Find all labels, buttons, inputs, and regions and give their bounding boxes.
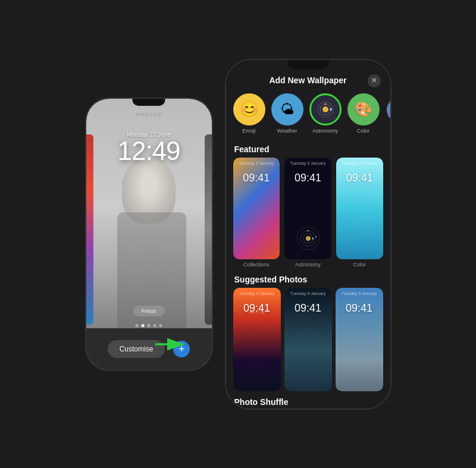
- phone-left: PHOTOS Monday 27 June 12:49 Focus Custom…: [85, 98, 213, 371]
- svg-point-6: [324, 103, 326, 105]
- astronomy-svg-icon: [315, 99, 336, 120]
- lake-time: Tuesday 9 January: [336, 291, 383, 296]
- wallpaper-types-row: 😊 Emoji 🌤 Weather: [226, 91, 390, 143]
- sunset-screen: Tuesday 9 January 09:41 Mon 27 Jan: [233, 288, 281, 391]
- collections-clock: 09:41: [233, 172, 280, 184]
- astronomy-icon-circle: [309, 93, 342, 125]
- emoji-icon-circle: 😊: [233, 93, 265, 125]
- forest-time: Tuesday 9 January: [284, 291, 332, 296]
- suggested-title: Suggested Photos: [226, 272, 390, 288]
- lake-clock: 09:41: [336, 302, 383, 315]
- page-dots: [136, 324, 162, 327]
- right-side-preview: [205, 134, 212, 325]
- astronomy-screen: Tuesday 9 January 09:41: [284, 158, 331, 259]
- color-label: Color: [357, 128, 370, 134]
- left-side-preview: [86, 134, 93, 325]
- scroll-area[interactable]: Featured Tuesday 9 January 09:41 Collect…: [226, 142, 390, 408]
- svg-point-11: [312, 238, 314, 240]
- phone-left-screen: PHOTOS Monday 27 June 12:49 Focus Custom…: [86, 99, 212, 370]
- dot-3: [148, 324, 151, 327]
- color-clock: 09:41: [336, 172, 383, 184]
- weather-label: Weather: [277, 128, 298, 134]
- photo-shuffle-title: Photo Shuffle: [226, 395, 390, 408]
- weather-icon-circle: 🌤: [271, 93, 303, 125]
- dot-1: [136, 324, 139, 327]
- emoji-icon: 😊: [240, 100, 259, 118]
- type-item-color[interactable]: 🎨 Color: [347, 93, 380, 134]
- main-container: PHOTOS Monday 27 June 12:49 Focus Custom…: [0, 0, 476, 468]
- forest-screen: Tuesday 9 January 09:41: [284, 288, 332, 391]
- color-thumb[interactable]: Tuesday 9 January 09:41 Color: [336, 158, 383, 268]
- phone-bottom-bar: Customise +: [86, 328, 212, 370]
- weather-icon: 🌤: [280, 101, 295, 118]
- phone-right: Add New Wallpaper ✕ 😊 Emoji 🌤: [225, 59, 392, 410]
- astronomy-thumb[interactable]: Tuesday 9 January 09:41: [284, 158, 331, 268]
- collections-time: Tuesday 9 January: [233, 161, 280, 165]
- type-item-emoji[interactable]: 😊 Emoji: [233, 93, 265, 134]
- dot-5: [159, 324, 162, 327]
- forest-thumb[interactable]: Tuesday 9 January 09:41: [284, 288, 332, 391]
- astronomy-featured-label: Astronomy: [284, 262, 331, 268]
- sunset-thumb[interactable]: Tuesday 9 January 09:41 Mon 27 Jan: [233, 288, 281, 391]
- featured-grid: Tuesday 9 January 09:41 Collections Tues…: [226, 158, 390, 272]
- svg-point-13: [315, 236, 317, 237]
- astronomy-clock: 09:41: [284, 172, 331, 184]
- color-time: Tuesday 9 January: [336, 161, 383, 165]
- mini-solar: [293, 224, 323, 253]
- lock-clock: 12:49: [117, 138, 180, 164]
- phone-right-notch: [287, 60, 329, 70]
- photos-label: PHOTOS: [136, 112, 162, 118]
- wallpaper-header-title: Add New Wallpaper: [269, 76, 346, 85]
- suggested-grid: Tuesday 9 January 09:41 Mon 27 Jan Tuesd…: [226, 288, 390, 395]
- focus-label: Focus: [142, 308, 156, 314]
- type-item-photos[interactable]: PHOTOS PER_DESC: [386, 93, 390, 138]
- lake-screen: Tuesday 9 January 09:41: [336, 288, 383, 391]
- svg-point-7: [306, 236, 311, 241]
- type-item-astronomy[interactable]: Astronomy: [309, 93, 342, 134]
- featured-title: Featured: [226, 142, 390, 158]
- type-item-weather[interactable]: 🌤 Weather: [271, 93, 303, 134]
- collections-thumb[interactable]: Tuesday 9 January 09:41 Collections: [233, 158, 280, 268]
- photos-per-desc-label: PHOTOS PER_DESC: [386, 128, 390, 138]
- sunset-weather-info: Mon 27 Jan: [233, 310, 281, 314]
- photos-icon-circle: [387, 93, 390, 125]
- color-icon: 🎨: [355, 101, 372, 118]
- close-icon: ✕: [371, 77, 377, 84]
- sunset-time: Tuesday 9 January: [233, 291, 281, 296]
- astronomy-label: Astronomy: [312, 128, 338, 134]
- color-label-featured: Color: [336, 262, 383, 268]
- color-screen: Tuesday 9 January 09:41: [336, 158, 383, 259]
- close-button[interactable]: ✕: [368, 74, 381, 87]
- collections-screen: Tuesday 9 January 09:41: [233, 158, 280, 259]
- svg-point-5: [330, 108, 332, 111]
- astronomy-time: Tuesday 9 January: [284, 161, 331, 165]
- forest-clock: 09:41: [284, 302, 332, 315]
- lake-thumb[interactable]: Tuesday 9 January 09:41: [336, 288, 383, 391]
- svg-point-2: [322, 106, 328, 112]
- phone-right-screen: Add New Wallpaper ✕ 😊 Emoji 🌤: [226, 60, 390, 409]
- collections-label: Collections: [233, 262, 280, 268]
- lock-time: Monday 27 June 12:49: [117, 131, 180, 164]
- svg-point-12: [307, 230, 308, 231]
- green-arrow-indicator: [155, 335, 191, 356]
- dot-2: [142, 324, 145, 327]
- focus-button[interactable]: Focus: [133, 306, 165, 316]
- color-icon-circle: 🎨: [347, 93, 380, 125]
- dot-4: [154, 324, 156, 327]
- emoji-label: Emoji: [242, 128, 256, 134]
